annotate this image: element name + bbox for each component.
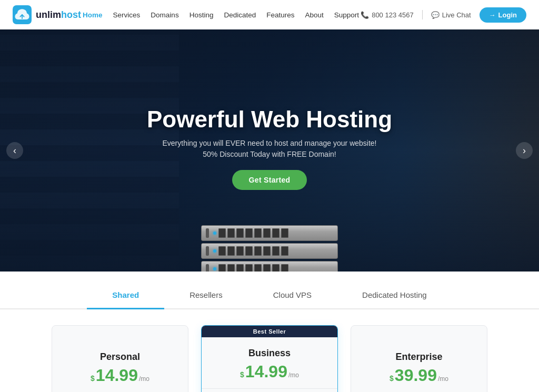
- card-spacer-enterprise: [351, 326, 487, 341]
- get-started-button[interactable]: Get Started: [232, 170, 307, 190]
- arrow-left-icon: ‹: [13, 145, 16, 156]
- feature-row-business-accounts: 99 Resold Accounts: [214, 389, 325, 392]
- header: unlimhost Home Services Domains Hosting …: [0, 0, 539, 29]
- card-body-personal: Personal $ 14.99 /mo 19 Resold Accounts …: [52, 341, 188, 392]
- card-price-business: $ 14.99 /mo: [214, 363, 325, 380]
- server-led-1: [213, 232, 216, 235]
- login-button[interactable]: → Login: [480, 7, 526, 23]
- tabs-section: Shared Resellers Cloud VPS Dedicated Hos…: [0, 272, 539, 309]
- best-seller-badge: Best Seller: [202, 326, 337, 337]
- logo-text: unlimhost: [36, 9, 81, 21]
- card-title-business: Business: [214, 348, 325, 359]
- hero-title: Powerful Web Hosting: [147, 106, 392, 133]
- card-body-business: Business $ 14.99 /mo 99 Resold Accounts …: [202, 337, 337, 392]
- price-dollar-business: $: [240, 370, 244, 379]
- card-spacer-personal: [52, 326, 188, 341]
- server-unit-1: [201, 225, 338, 241]
- nav-features[interactable]: Features: [266, 11, 294, 19]
- nav-dedicated[interactable]: Dedicated: [224, 11, 256, 19]
- carousel-next-button[interactable]: ›: [516, 142, 533, 159]
- carousel-prev-button[interactable]: ‹: [6, 142, 23, 159]
- price-period-enterprise: /mo: [438, 375, 448, 383]
- tab-cloud-vps[interactable]: Cloud VPS: [248, 282, 337, 309]
- pricing-section: Personal $ 14.99 /mo 19 Resold Accounts …: [0, 309, 539, 392]
- phone-number: 📞 800 123 4567: [361, 11, 414, 19]
- tab-resellers[interactable]: Resellers: [164, 282, 248, 309]
- server-bays-2: [218, 246, 333, 256]
- nav-support[interactable]: Support: [334, 11, 359, 19]
- price-amount-enterprise: 39.99: [395, 367, 437, 384]
- price-period-personal: /mo: [139, 375, 149, 383]
- tabs-bar: Shared Resellers Cloud VPS Dedicated Hos…: [0, 272, 539, 309]
- price-amount-business: 14.99: [245, 363, 287, 380]
- pricing-card-enterprise: Enterprise $ 39.99 /mo 119 Resold Accoun…: [351, 325, 487, 392]
- server-led-3: [213, 267, 216, 270]
- nav-hosting[interactable]: Hosting: [189, 11, 214, 19]
- arrow-right-icon: ›: [523, 145, 526, 156]
- card-title-enterprise: Enterprise: [364, 351, 474, 363]
- hero-section: ‹ Powerful Web Hosting Everything you wi…: [0, 29, 539, 272]
- pricing-grid: Personal $ 14.99 /mo 19 Resold Accounts …: [32, 325, 507, 392]
- card-price-enterprise: $ 39.99 /mo: [364, 367, 474, 384]
- header-right: 📞 800 123 4567 💬 Live Chat → Login: [361, 7, 526, 23]
- card-price-personal: $ 14.99 /mo: [65, 367, 175, 384]
- login-icon: →: [489, 11, 496, 19]
- logo-icon: [13, 5, 32, 24]
- server-bays-3: [218, 264, 333, 272]
- nav-home[interactable]: Home: [83, 11, 103, 19]
- tab-dedicated-hosting[interactable]: Dedicated Hosting: [337, 282, 452, 309]
- chat-icon: 💬: [431, 11, 440, 19]
- pricing-card-personal: Personal $ 14.99 /mo 19 Resold Accounts …: [52, 325, 188, 392]
- live-chat-button[interactable]: 💬 Live Chat: [431, 11, 471, 19]
- server-unit-3: [201, 261, 338, 272]
- price-dollar-enterprise: $: [390, 374, 394, 383]
- server-bays-1: [218, 228, 333, 238]
- price-dollar-personal: $: [91, 374, 95, 383]
- pricing-card-business: Best Seller Business $ 14.99 /mo 99 Reso…: [201, 325, 338, 392]
- card-body-enterprise: Enterprise $ 39.99 /mo 119 Resold Accoun…: [351, 341, 487, 392]
- price-amount-personal: 14.99: [96, 367, 138, 384]
- hero-subtitle: Everything you will EVER need to host an…: [147, 139, 392, 147]
- header-divider: [422, 10, 423, 19]
- server-unit-2: [201, 243, 338, 259]
- server-illustration: [201, 225, 338, 272]
- nav-services[interactable]: Services: [113, 11, 141, 19]
- price-period-business: /mo: [288, 371, 299, 379]
- card-title-personal: Personal: [65, 351, 175, 363]
- main-nav: Home Services Domains Hosting Dedicated …: [83, 11, 359, 19]
- nav-about[interactable]: About: [305, 11, 324, 19]
- logo[interactable]: unlimhost: [13, 5, 81, 24]
- hero-subtitle2: 50% Discount Today with FREE Domain!: [147, 150, 392, 158]
- hero-content: Powerful Web Hosting Everything you will…: [147, 106, 392, 190]
- server-led-2: [213, 249, 216, 253]
- phone-icon: 📞: [361, 11, 369, 19]
- nav-domains[interactable]: Domains: [151, 11, 178, 19]
- tab-shared[interactable]: Shared: [87, 282, 164, 309]
